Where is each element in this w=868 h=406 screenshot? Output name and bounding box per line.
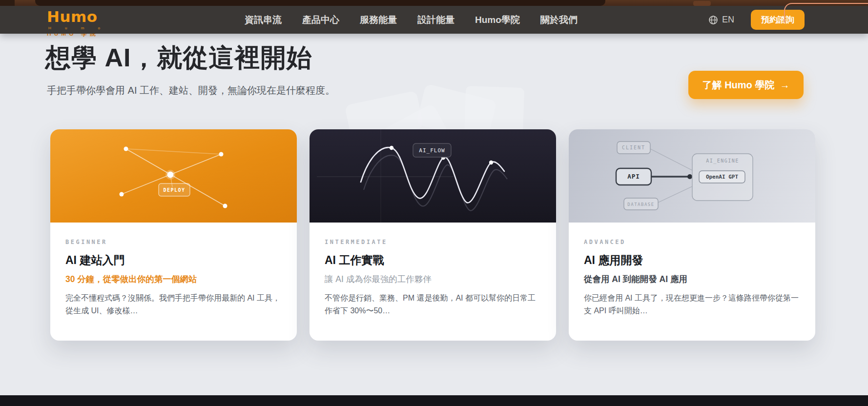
openai-gpt-label: OpenAI GPT: [706, 174, 739, 180]
nav-item-products[interactable]: 產品中心: [302, 14, 339, 26]
card-body: INTERMEDIATE AI 工作實戰 讓 AI 成為你最強的工作夥伴 不管你…: [310, 223, 556, 317]
card-description: 不管你是行銷、業務、PM 還是後勤，AI 都可以幫你的日常工作省下 30%〜50…: [325, 292, 541, 317]
card-title: AI 建站入門: [65, 253, 282, 268]
network-graphic: DEPLOY: [50, 129, 297, 223]
navbar-inner: Humo H u m o 資訊串流 產品中心 服務能量 設計能量 Humo學院 …: [0, 9, 868, 30]
card-title: AI 應用開發: [584, 253, 801, 268]
top-window-band: [0, 0, 868, 6]
card-title: AI 工作實戰: [325, 253, 541, 268]
wave-graphic: AI_FLOW: [310, 129, 556, 223]
card-level-badge: BEGINNER: [65, 239, 282, 245]
footer-strip: [0, 395, 868, 406]
nav-item-about[interactable]: 關於我們: [540, 14, 578, 26]
page-title: 想學 AI，就從這裡開始: [45, 41, 312, 75]
client-node-label: CLIENT: [622, 145, 645, 150]
language-switcher[interactable]: EN: [708, 15, 734, 25]
nav-item-academy[interactable]: Humo學院: [475, 14, 520, 26]
logo-wordmark: Humo: [47, 9, 106, 24]
learn-academy-label: 了解 Humo 學院: [703, 79, 775, 92]
card-level-badge: ADVANCED: [584, 239, 801, 245]
card-description: 完全不懂程式碼？沒關係。我們手把手帶你用最新的 AI 工具，從生成 UI、修改樣…: [65, 292, 282, 317]
card-description: 你已經會用 AI 工具了，現在想更進一步？這條路徑帶你從第一支 API 呼叫開始…: [584, 292, 801, 317]
top-band-highlight: [693, 1, 711, 6]
ai-flow-chip-label: AI_FLOW: [419, 147, 445, 154]
top-band-dark-panel: [35, 0, 605, 6]
nav-item-design[interactable]: 設計能量: [417, 14, 455, 26]
course-cards-row: DEPLOY BEGINNER AI 建站入門 30 分鐘，從零做出你的第一個網…: [50, 129, 815, 341]
ai-engine-label: AI_ENGINE: [706, 158, 739, 164]
deploy-chip-label: DEPLOY: [163, 187, 185, 193]
card-subtitle: 30 分鐘，從零做出你的第一個網站: [65, 273, 282, 285]
card-image-architecture: CLIENT API DATABASE AI_ENGINE OpenAI GPT: [569, 129, 815, 223]
card-body: ADVANCED AI 應用開發 從會用 AI 到能開發 AI 應用 你已經會用…: [569, 223, 815, 317]
nav-links: 資訊串流 產品中心 服務能量 設計能量 Humo學院 關於我們: [245, 14, 578, 26]
card-image-wave: AI_FLOW: [310, 129, 556, 223]
page-subtitle: 手把手帶你學會用 AI 工作、建站、開發，無論你現在是什麼程度。: [47, 84, 335, 97]
learn-academy-button[interactable]: 了解 Humo 學院 →: [688, 71, 804, 99]
nav-item-news[interactable]: 資訊串流: [245, 14, 282, 26]
navbar: Humo H u m o 資訊串流 產品中心 服務能量 設計能量 Humo學院 …: [0, 6, 868, 34]
course-card-beginner[interactable]: DEPLOY BEGINNER AI 建站入門 30 分鐘，從零做出你的第一個網…: [50, 129, 297, 341]
arrow-right-icon: →: [780, 80, 789, 91]
globe-icon: [708, 15, 718, 25]
course-card-advanced[interactable]: CLIENT API DATABASE AI_ENGINE OpenAI GPT…: [569, 129, 815, 341]
card-image-network: DEPLOY: [50, 129, 297, 223]
database-node-label: DATABASE: [627, 202, 654, 207]
humo-logo[interactable]: Humo H u m o: [47, 9, 106, 30]
api-node-label: API: [627, 173, 640, 180]
card-body: BEGINNER AI 建站入門 30 分鐘，從零做出你的第一個網站 完全不懂程…: [50, 223, 297, 317]
card-level-badge: INTERMEDIATE: [325, 239, 541, 245]
nav-item-services[interactable]: 服務能量: [360, 14, 397, 26]
card-subtitle: 讓 AI 成為你最強的工作夥伴: [325, 273, 541, 285]
top-band-left-edge: [0, 0, 15, 6]
card-subtitle: 從會用 AI 到能開發 AI 應用: [584, 273, 801, 285]
top-band-accent-outline: [784, 3, 868, 22]
language-label: EN: [722, 15, 734, 25]
architecture-diagram: CLIENT API DATABASE AI_ENGINE OpenAI GPT: [569, 129, 815, 223]
course-card-intermediate[interactable]: AI_FLOW INTERMEDIATE AI 工作實戰 讓 AI 成為你最強的…: [310, 129, 556, 341]
logo-subtext: H u m o: [48, 26, 106, 30]
